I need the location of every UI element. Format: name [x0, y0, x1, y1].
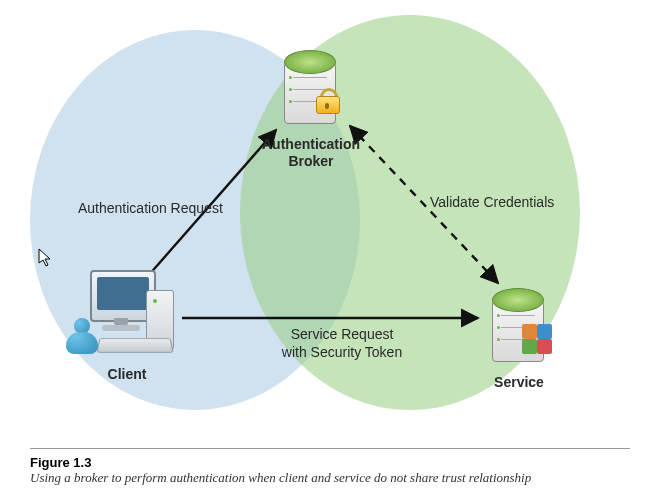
user-icon — [62, 316, 104, 358]
caption-rule — [30, 448, 630, 449]
node-authentication-broker: Authentication Broker — [262, 32, 360, 170]
node-label-broker: Authentication Broker — [262, 136, 360, 170]
mouse-cursor-icon — [38, 248, 52, 268]
puzzle-icon — [522, 324, 552, 354]
diagram-page: Authentication Broker Client Service Aut… — [0, 0, 650, 500]
server-icon — [476, 270, 562, 370]
edge-label-auth-request: Authentication Request — [78, 200, 223, 218]
figure-caption: Figure 1.3 Using a broker to perform aut… — [30, 448, 630, 486]
node-label-service: Service — [494, 374, 544, 391]
node-service: Service — [476, 270, 562, 391]
computer-icon — [72, 270, 182, 362]
node-client: Client — [72, 270, 182, 383]
caption-text: Using a broker to perform authentication… — [30, 470, 630, 486]
caption-title: Figure 1.3 — [30, 455, 630, 470]
server-icon — [268, 32, 354, 132]
edge-label-service-request: Service Request with Security Token — [242, 326, 442, 361]
node-label-client: Client — [108, 366, 147, 383]
edge-label-line2: with Security Token — [282, 344, 402, 360]
edge-label-line1: Service Request — [291, 326, 394, 342]
lock-icon — [316, 88, 338, 114]
edge-label-validate: Validate Credentials — [430, 194, 554, 212]
